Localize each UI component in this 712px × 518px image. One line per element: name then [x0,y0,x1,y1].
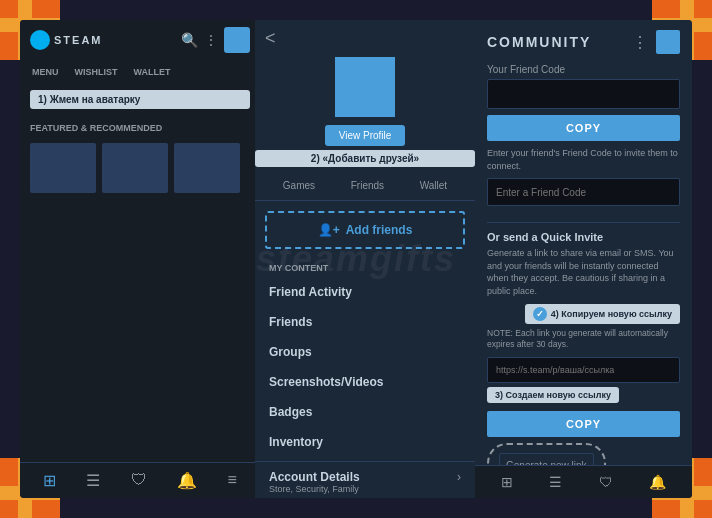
my-content-label: MY CONTENT [255,259,475,277]
steam-logo: STEAM [30,30,103,50]
annotation-generate-link: 3) Создаем новую ссылку [487,387,619,403]
tab-wallet[interactable]: Wallet [416,177,451,194]
add-friends-icon: 👤+ [318,223,340,237]
right-bell-icon[interactable]: 🔔 [649,474,666,490]
quick-invite-desc: Generate a link to share via email or SM… [487,247,680,297]
game-thumb-1 [30,143,96,193]
friend-code-desc: Enter your friend's Friend Code to invit… [487,147,680,172]
community-title: COMMUNITY [487,34,591,50]
view-profile-button[interactable]: View Profile [325,125,406,146]
left-bottom-nav: ⊞ ☰ 🛡 🔔 ≡ [20,462,260,498]
tooltip-click-avatar: 1) Жмем на аватарку [30,90,250,109]
bell-icon[interactable]: 🔔 [177,471,197,490]
menu-badges[interactable]: Badges [255,397,475,427]
steam-window: STEAM 🔍 ⋮ MENU WISHLIST WALLET 1) Жмем н… [20,20,692,498]
shield-icon[interactable]: 🛡 [131,471,147,490]
steam-logo-icon [30,30,50,50]
search-icon[interactable]: 🔍 [181,32,198,48]
nav-menu[interactable]: MENU [26,64,65,80]
friend-code-input[interactable] [487,79,680,109]
add-friends-button[interactable]: 👤+ Add friends [265,211,465,249]
profile-avatar[interactable] [335,57,395,117]
game-thumb-2 [102,143,168,193]
quick-invite-title: Or send a Quick Invite [487,231,680,243]
checkmark-icon: ✓ [533,307,547,321]
steam-logo-text: STEAM [54,34,103,46]
header-icons: 🔍 ⋮ [181,27,250,53]
profile-tabs: Games Friends Wallet [255,171,475,201]
nav-bar: MENU WISHLIST WALLET [20,60,260,84]
game-thumbnails [20,137,260,199]
home-icon[interactable]: ⊞ [43,471,56,490]
copy-friend-code-button[interactable]: COPY [487,115,680,141]
enter-friend-code-input[interactable] [487,178,680,206]
menu-icon[interactable]: ≡ [227,471,236,490]
link-url-field[interactable] [487,357,680,383]
steam-header: STEAM 🔍 ⋮ [20,20,260,60]
account-details-item[interactable]: Account Details Store, Security, Family … [255,462,475,498]
copy-link-button[interactable]: COPY [487,411,680,437]
menu-friends[interactable]: Friends [255,307,475,337]
friend-code-label: Your Friend Code [487,64,680,75]
community-avatar[interactable] [656,30,680,54]
right-home-icon[interactable]: ⊞ [501,474,513,490]
user-avatar[interactable] [224,27,250,53]
tab-games[interactable]: Games [279,177,319,194]
middle-panel: < View Profile 2) «Добавить друзей» Game… [255,20,475,498]
menu-inventory[interactable]: Inventory [255,427,475,457]
annotation4-text: 4) Копируем новую ссылку [551,309,672,319]
tab-friends[interactable]: Friends [347,177,388,194]
account-details-title: Account Details [269,470,360,484]
friend-code-section: Your Friend Code COPY Enter your friend'… [475,64,692,214]
menu-screenshots-videos[interactable]: Screenshots/Videos [255,367,475,397]
note-expires: NOTE: Each link you generate will automa… [487,328,680,352]
right-shield-icon[interactable]: 🛡 [599,474,613,490]
menu-groups[interactable]: Groups [255,337,475,367]
back-button[interactable]: < [255,20,475,57]
nav-wallet[interactable]: WALLET [128,64,177,80]
right-panel: COMMUNITY ⋮ Your Friend Code COPY Enter … [475,20,692,498]
game-thumb-3 [174,143,240,193]
account-details-sub: Store, Security, Family [269,484,360,494]
right-bottom-nav: ⊞ ☰ 🛡 🔔 [475,465,692,498]
left-panel: STEAM 🔍 ⋮ MENU WISHLIST WALLET 1) Жмем н… [20,20,260,498]
divider [487,222,680,223]
list-icon[interactable]: ☰ [86,471,100,490]
community-menu-icon[interactable]: ⋮ [632,33,648,52]
featured-label: FEATURED & RECOMMENDED [20,119,260,137]
annotation-copy-link: ✓ 4) Копируем новую ссылку [525,304,680,324]
community-header: COMMUNITY ⋮ [475,20,692,64]
more-icon[interactable]: ⋮ [204,32,218,48]
quick-invite-section: Or send a Quick Invite Generate a link t… [475,231,692,488]
chevron-right-icon: › [457,470,461,484]
account-section: Account Details Store, Security, Family … [255,461,475,498]
add-friends-label: Add friends [346,223,413,237]
right-list-icon[interactable]: ☰ [549,474,562,490]
annotation-add-friends: 2) «Добавить друзей» [255,150,475,167]
menu-friend-activity[interactable]: Friend Activity [255,277,475,307]
nav-wishlist[interactable]: WISHLIST [69,64,124,80]
